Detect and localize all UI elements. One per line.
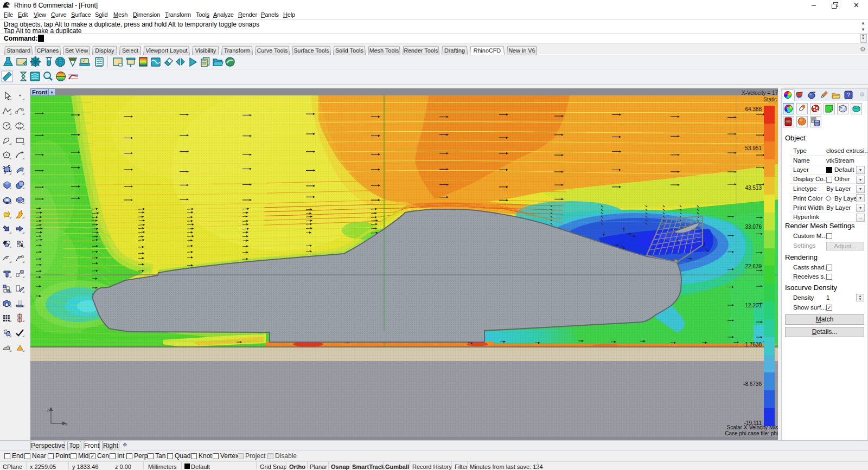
svg-text:?: ? (847, 92, 850, 98)
svg-text:√: √ (82, 59, 85, 63)
svg-text:6: 6 (7, 3, 9, 7)
svg-text:z: z (47, 407, 49, 413)
svg-text:x: x (65, 421, 68, 427)
